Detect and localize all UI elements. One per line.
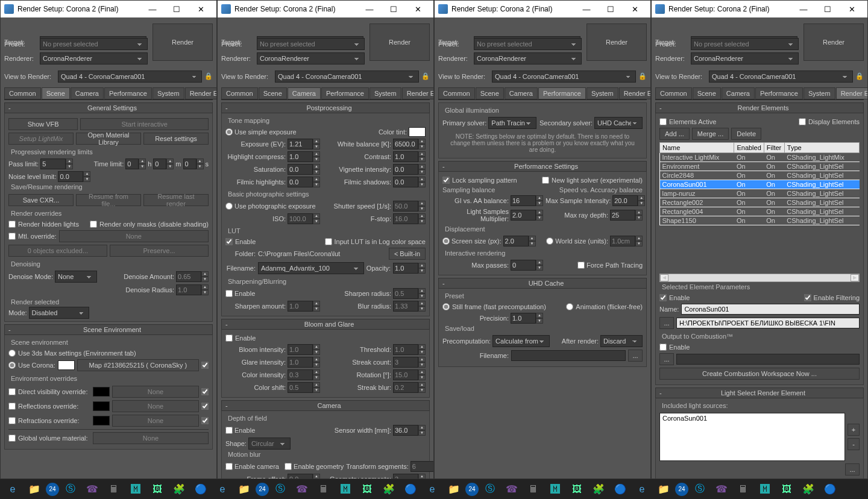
show-vfb-button[interactable]: Show VFB	[8, 118, 78, 130]
chrome-icon[interactable]: 🔵	[190, 481, 211, 498]
mtl-override-checkbox[interactable]	[8, 233, 16, 240]
maximize-button[interactable]: ☐	[599, 1, 623, 17]
group-scene-environment[interactable]: -Scene Environment	[4, 324, 213, 335]
table-row[interactable]: lamp-nuruzOnOnCShading_LightSel	[660, 189, 860, 198]
ie-icon[interactable]: e	[2, 481, 23, 498]
close-button[interactable]: ✕	[406, 1, 430, 17]
use-3dsmax-radio[interactable]	[8, 350, 16, 357]
noise-limit-input[interactable]	[58, 171, 83, 182]
transform-segments-input[interactable]	[410, 461, 433, 472]
ps-icon[interactable]: 🖼	[567, 481, 587, 498]
sharpen-enable-checkbox[interactable]	[225, 290, 233, 297]
puzzle-icon[interactable]: 🧩	[798, 481, 819, 498]
group-render-elements[interactable]: -Render Elements	[655, 102, 864, 113]
explorer-icon[interactable]: 📁	[24, 481, 45, 498]
group-bloom-glare[interactable]: -Bloom and Glare	[221, 319, 430, 330]
screen-size-input[interactable]	[503, 236, 529, 246]
renderer-select[interactable]: CoronaRenderer	[257, 52, 365, 64]
tab-scene[interactable]: Scene	[476, 87, 504, 99]
lut-log-checkbox[interactable]	[325, 238, 332, 245]
view-select[interactable]: Quad 4 - CoronaCamera001	[58, 71, 202, 83]
group-general-settings[interactable]: -General Settings	[4, 102, 213, 113]
minimize-button[interactable]: —	[574, 1, 599, 17]
calc-icon[interactable]: 🖩	[313, 481, 334, 498]
renderer-select[interactable]: CoronaRenderer	[40, 52, 148, 64]
lut-opacity-input[interactable]	[393, 263, 418, 274]
ps-icon[interactable]: 🖼	[147, 481, 168, 498]
mb-camera-checkbox[interactable]	[225, 463, 233, 470]
close-button[interactable]: ✕	[840, 1, 864, 17]
sensor-width-input[interactable]	[393, 425, 418, 436]
minimize-button[interactable]: —	[791, 1, 816, 17]
shape-select[interactable]: Circular	[248, 438, 291, 450]
table-row[interactable]: Rectangle002OnOnCShading_LightSel	[660, 198, 860, 207]
lut-enable-checkbox[interactable]	[225, 238, 233, 245]
filmic-shadows-input[interactable]	[393, 177, 418, 187]
lock-icon[interactable]: 🔒	[204, 72, 213, 81]
still-frame-radio[interactable]	[442, 303, 450, 310]
merge-button[interactable]: Merge ...	[692, 128, 729, 140]
color-shift-input[interactable]	[288, 382, 313, 393]
threshold-input[interactable]	[393, 344, 418, 355]
tab-system[interactable]: System	[153, 87, 184, 99]
mb-geometry-checkbox[interactable]	[285, 463, 292, 470]
lock-icon[interactable]: 🔒	[421, 72, 430, 81]
iso-input[interactable]	[288, 213, 313, 224]
3dsmax-icon[interactable]: 🅼	[335, 481, 356, 498]
mtl-override-button[interactable]: None	[59, 230, 209, 242]
tab-system[interactable]: System	[370, 87, 401, 99]
element-path-input[interactable]	[676, 318, 860, 328]
gi-aa-input[interactable]	[511, 195, 536, 206]
max-ray-input[interactable]	[610, 210, 635, 221]
skype-icon[interactable]: Ⓢ	[60, 481, 81, 498]
reflections-checkbox[interactable]	[8, 403, 16, 410]
combustion-enable-checkbox[interactable]	[659, 344, 667, 351]
skype-icon[interactable]: Ⓢ	[480, 481, 500, 498]
corona-map-button[interactable]: Map #2138625215 ( CoronaSky )	[77, 359, 199, 371]
streak-blur-input[interactable]	[393, 382, 418, 393]
render-button[interactable]: Render	[587, 24, 647, 61]
create-combustion-button[interactable]: Create Combustion Workspace Now ...	[659, 368, 860, 380]
render-hidden-checkbox[interactable]	[8, 221, 16, 228]
light-samples-input[interactable]	[511, 210, 536, 221]
ps-icon[interactable]: 🖼	[776, 481, 797, 498]
ie-icon[interactable]: e	[212, 481, 233, 498]
saturation-input[interactable]	[288, 164, 313, 175]
enable-filtering-checkbox[interactable]	[804, 294, 811, 301]
preset-select[interactable]: No preset selected	[691, 38, 799, 50]
time-s-input[interactable]	[183, 158, 197, 169]
tab-camera[interactable]: Camera	[71, 87, 104, 99]
group-postprocessing[interactable]: -Postprocessing	[221, 102, 430, 113]
lock-icon[interactable]: 🔒	[638, 72, 647, 81]
bloom-intensity-input[interactable]	[288, 344, 313, 355]
primary-solver-select[interactable]: Path Tracing	[488, 117, 536, 129]
preset-select[interactable]: No preset selected	[474, 38, 582, 50]
uhd-filename-input[interactable]	[511, 350, 626, 361]
excluded-button[interactable]: 0 objects excluded...	[8, 245, 107, 257]
viber-icon[interactable]: ☎	[502, 481, 522, 498]
denoise-amount-input[interactable]	[176, 271, 201, 282]
calc-icon[interactable]: 🖩	[104, 481, 124, 498]
element-name-input[interactable]	[681, 304, 860, 315]
ie-icon[interactable]: e	[632, 481, 652, 498]
streak-count-input[interactable]	[393, 357, 418, 368]
direct-vis-button[interactable]: None	[112, 386, 199, 398]
table-row[interactable]: EnvironmentOnOnCShading_LightSel	[660, 162, 860, 171]
sep-enable-checkbox[interactable]	[659, 294, 667, 301]
use-simple-radio[interactable]	[225, 128, 233, 136]
resume-file-button[interactable]: Resume from file...	[76, 194, 141, 206]
highlight-compress-input[interactable]	[288, 151, 313, 162]
filmic-highlights-input[interactable]	[288, 177, 313, 187]
uhd-browse-button[interactable]: ...	[628, 350, 643, 362]
global-volume-button[interactable]: None	[93, 432, 209, 444]
use-photo-radio[interactable]	[225, 202, 233, 210]
resume-last-button[interactable]: Resume last render	[143, 194, 209, 206]
color-intensity-input[interactable]	[288, 369, 313, 380]
max-sample-input[interactable]	[612, 195, 638, 206]
reflections-button[interactable]: None	[112, 400, 199, 412]
viber-icon[interactable]: ☎	[711, 481, 732, 498]
minimize-button[interactable]: —	[140, 1, 165, 17]
maximize-button[interactable]: ☐	[382, 1, 406, 17]
tab-render-elements[interactable]: Render Elements	[619, 87, 650, 99]
renderer-select[interactable]: CoronaRenderer	[691, 52, 799, 64]
